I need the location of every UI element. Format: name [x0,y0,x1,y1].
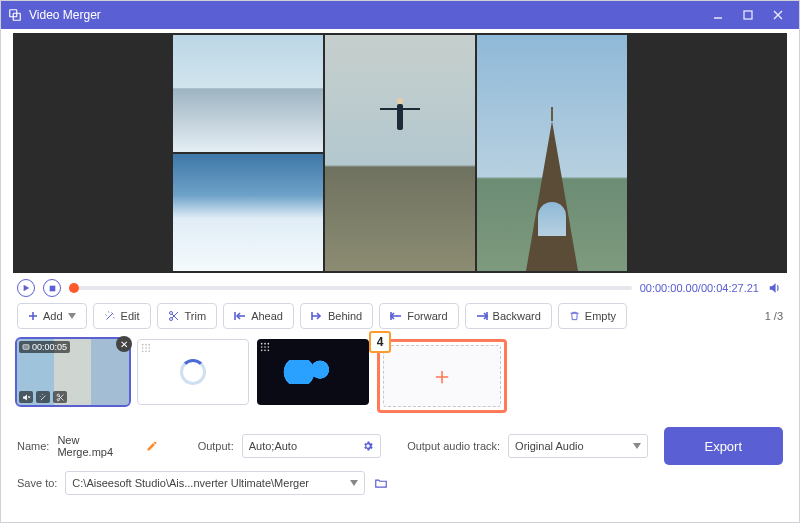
callout-step-badge: 4 [369,331,391,353]
svg-point-45 [268,350,270,352]
person-figure [380,98,420,158]
output-label: Output: [198,440,234,452]
ahead-button[interactable]: Ahead [223,303,294,329]
svg-point-44 [264,350,266,352]
forward-button[interactable]: Forward [379,303,458,329]
behind-icon [311,311,323,321]
add-clip-button[interactable]: ＋ [383,345,501,407]
open-folder-icon[interactable] [373,476,389,490]
export-button[interactable]: Export [664,427,783,465]
app-icon [7,7,23,23]
preview-pane-jump [325,35,475,271]
svg-point-39 [268,343,270,345]
trash-icon [569,310,580,322]
behind-label: Behind [328,310,362,322]
caret-down-icon [633,443,641,449]
name-value[interactable]: New Merge.mp4 [57,434,137,458]
scissors-icon [168,310,180,322]
clip-1[interactable]: 00:00:05 ✕ [17,339,129,405]
svg-point-11 [169,312,172,315]
svg-rect-7 [49,285,55,291]
backward-button[interactable]: Backward [465,303,552,329]
clip-strip: 00:00:05 ✕ 4 ＋ [1,329,799,417]
svg-point-30 [149,344,151,346]
maximize-button[interactable] [733,1,763,29]
video-preview[interactable] [13,33,787,273]
clip-2[interactable] [137,339,249,405]
minimize-button[interactable] [703,1,733,29]
clip-3-thumbnail [278,360,348,384]
svg-point-28 [142,344,144,346]
track-value: Original Audio [515,440,584,452]
svg-marker-47 [350,480,358,486]
svg-point-35 [145,351,147,353]
svg-point-34 [142,351,144,353]
clip-1-remove[interactable]: ✕ [116,336,132,352]
preview-col-1 [173,35,323,271]
svg-point-12 [169,318,172,321]
svg-marker-10 [68,313,76,319]
svg-point-31 [142,347,144,349]
stop-button[interactable] [43,279,61,297]
app-window: Video Merger [0,0,800,523]
audio-track-select[interactable]: Original Audio [508,434,647,458]
titlebar: Video Merger [1,1,799,29]
wand-icon [104,310,116,322]
backward-label: Backward [493,310,541,322]
svg-point-32 [145,347,147,349]
scissors-mini-icon[interactable] [53,391,67,403]
loading-spinner-icon [180,359,206,385]
preview-pane-snow [173,154,323,271]
backward-icon [476,311,488,321]
clip-toolbar: Add Edit Trim Ahead Behind Forward [1,297,799,329]
svg-point-43 [261,350,263,352]
edit-name-icon[interactable] [146,440,158,452]
empty-label: Empty [585,310,616,322]
trim-label: Trim [185,310,207,322]
output-select[interactable]: Auto;Auto [242,434,381,458]
svg-rect-3 [744,11,752,19]
save-path-value: C:\Aiseesoft Studio\Ais...nverter Ultima… [72,477,309,489]
close-button[interactable] [763,1,793,29]
preview-col-2 [325,35,475,271]
forward-icon [390,311,402,321]
empty-button[interactable]: Empty [558,303,627,329]
ahead-label: Ahead [251,310,283,322]
svg-point-38 [264,343,266,345]
seek-knob[interactable] [69,283,79,293]
clip-3[interactable] [257,339,369,405]
volume-icon[interactable] [767,281,783,295]
wand-mini-icon[interactable] [36,391,50,403]
svg-marker-46 [633,443,641,449]
plus-icon [28,311,38,321]
svg-point-40 [261,346,263,348]
preview-col-3 [477,35,627,271]
add-label: Add [43,310,63,322]
caret-down-icon [350,480,358,486]
clip-1-overlay [19,391,67,403]
forward-label: Forward [407,310,447,322]
page-current: 1 [765,310,771,322]
edit-button[interactable]: Edit [93,303,151,329]
seek-slider[interactable] [69,286,632,290]
plus-large-icon: ＋ [430,360,454,392]
play-button[interactable] [17,279,35,297]
save-label: Save to: [17,477,57,489]
behind-button[interactable]: Behind [300,303,373,329]
mute-icon[interactable] [19,391,33,403]
svg-point-29 [145,344,147,346]
add-button[interactable]: Add [17,303,87,329]
edit-label: Edit [121,310,140,322]
export-label: Export [704,439,742,454]
track-label: Output audio track: [407,440,500,452]
gear-icon[interactable] [362,440,374,452]
preview-pane-mountain [173,35,323,152]
trim-button[interactable]: Trim [157,303,218,329]
save-path-select[interactable]: C:\Aiseesoft Studio\Ais...nverter Ultima… [65,471,365,495]
svg-point-36 [149,351,151,353]
app-title: Video Merger [29,8,101,22]
name-label: Name: [17,440,49,452]
time-current: 00:00:00.00 [640,282,698,294]
svg-point-41 [264,346,266,348]
page-total: 3 [777,310,783,322]
